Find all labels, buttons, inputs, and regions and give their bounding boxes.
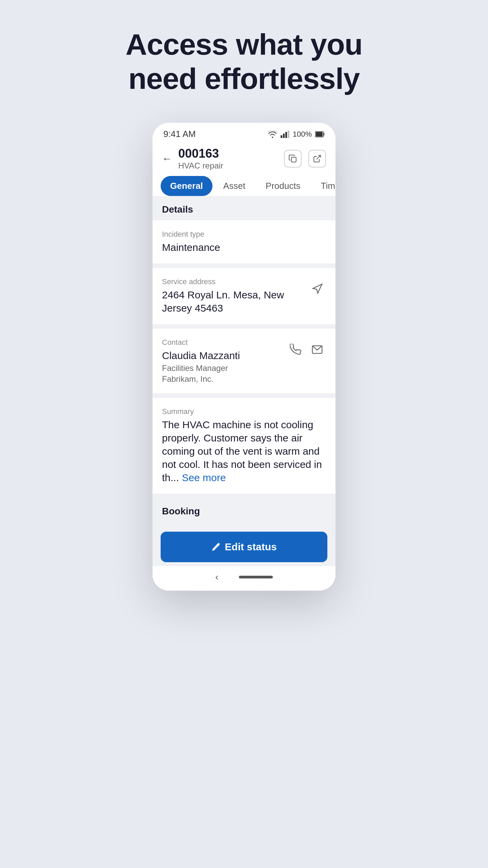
battery-indicator: 100% bbox=[293, 130, 312, 139]
see-more-link[interactable]: See more bbox=[182, 472, 226, 483]
email-icon bbox=[311, 344, 323, 355]
tabs-container: General Asset Products Timeline bbox=[152, 176, 336, 196]
contact-title: Facilities Manager bbox=[162, 363, 283, 373]
summary-label: Summary bbox=[162, 407, 326, 416]
status-icons: 100% bbox=[268, 130, 325, 139]
contact-label: Contact bbox=[162, 338, 283, 347]
svg-rect-0 bbox=[281, 135, 282, 138]
svg-marker-8 bbox=[313, 284, 322, 293]
wifi-icon bbox=[268, 131, 277, 138]
navigation-icon bbox=[311, 283, 323, 295]
status-bar: 9:41 AM 100% bbox=[152, 123, 336, 143]
battery-icon bbox=[315, 131, 325, 137]
app-header: ← 000163 HVAC repair bbox=[152, 143, 336, 176]
incident-type-card: Incident type Maintenance bbox=[152, 220, 336, 263]
summary-card: Summary The HVAC machine is not cooling … bbox=[152, 398, 336, 494]
external-link-button[interactable] bbox=[308, 150, 326, 167]
svg-rect-1 bbox=[283, 134, 285, 138]
summary-text: The HVAC machine is not cooling properly… bbox=[162, 418, 326, 484]
pencil-icon bbox=[211, 542, 221, 552]
contact-company: Fabrikam, Inc. bbox=[162, 374, 283, 384]
back-button[interactable]: ← bbox=[162, 153, 172, 164]
call-button[interactable] bbox=[287, 341, 304, 358]
signal-icon bbox=[281, 131, 289, 138]
svg-rect-3 bbox=[288, 131, 289, 138]
edit-status-label: Edit status bbox=[225, 541, 277, 553]
edit-status-button[interactable]: Edit status bbox=[161, 532, 327, 562]
booking-section-header: Booking bbox=[152, 498, 336, 522]
content-area: Details Incident type Maintenance Servic… bbox=[152, 196, 336, 566]
address-content: Service address 2464 Royal Ln. Mesa, New… bbox=[162, 277, 304, 315]
incident-type-value: Maintenance bbox=[162, 241, 326, 254]
email-button[interactable] bbox=[308, 341, 326, 358]
address-row: Service address 2464 Royal Ln. Mesa, New… bbox=[162, 277, 326, 315]
service-address-card: Service address 2464 Royal Ln. Mesa, New… bbox=[152, 268, 336, 324]
header-left: ← 000163 HVAC repair bbox=[162, 147, 223, 171]
tab-products[interactable]: Products bbox=[256, 176, 310, 196]
nav-back-button[interactable]: ‹ bbox=[215, 572, 218, 583]
svg-rect-6 bbox=[291, 157, 296, 162]
contact-action-icons bbox=[287, 341, 326, 358]
home-indicator[interactable] bbox=[239, 576, 273, 578]
tab-general[interactable]: General bbox=[161, 176, 212, 196]
header-title: 000163 HVAC repair bbox=[178, 147, 223, 171]
svg-line-7 bbox=[317, 155, 321, 159]
service-address-label: Service address bbox=[162, 277, 304, 286]
order-type: HVAC repair bbox=[178, 161, 223, 171]
tab-asset[interactable]: Asset bbox=[214, 176, 255, 196]
phone-icon bbox=[290, 344, 301, 355]
contact-card: Contact Claudia Mazzanti Facilities Mana… bbox=[152, 329, 336, 393]
booking-section: Booking bbox=[152, 498, 336, 526]
headline-line1: Access what you bbox=[125, 27, 362, 61]
status-time: 9:41 AM bbox=[163, 129, 196, 139]
booking-heading: Booking bbox=[162, 506, 200, 516]
duplicate-button[interactable] bbox=[284, 150, 302, 167]
header-right bbox=[284, 150, 326, 167]
contact-row: Contact Claudia Mazzanti Facilities Mana… bbox=[162, 338, 326, 384]
incident-type-label: Incident type bbox=[162, 230, 326, 239]
svg-rect-5 bbox=[316, 132, 323, 137]
external-link-icon bbox=[313, 154, 322, 163]
svg-rect-2 bbox=[285, 132, 287, 138]
copy-icon bbox=[288, 154, 297, 163]
details-heading: Details bbox=[162, 204, 193, 215]
contact-content: Contact Claudia Mazzanti Facilities Mana… bbox=[162, 338, 283, 384]
order-number: 000163 bbox=[178, 147, 223, 160]
page-headline: Access what you need effortlessly bbox=[125, 27, 362, 96]
navigate-button[interactable] bbox=[308, 280, 326, 298]
phone-shell: 9:41 AM 100% bbox=[152, 123, 336, 591]
tab-timeline[interactable]: Timeline bbox=[311, 176, 336, 196]
service-address-value: 2464 Royal Ln. Mesa, New Jersey 45463 bbox=[162, 288, 304, 315]
details-section-header: Details bbox=[152, 196, 336, 220]
bottom-nav: ‹ bbox=[152, 566, 336, 591]
contact-name: Claudia Mazzanti bbox=[162, 349, 283, 362]
headline-line2: need effortlessly bbox=[128, 62, 360, 95]
